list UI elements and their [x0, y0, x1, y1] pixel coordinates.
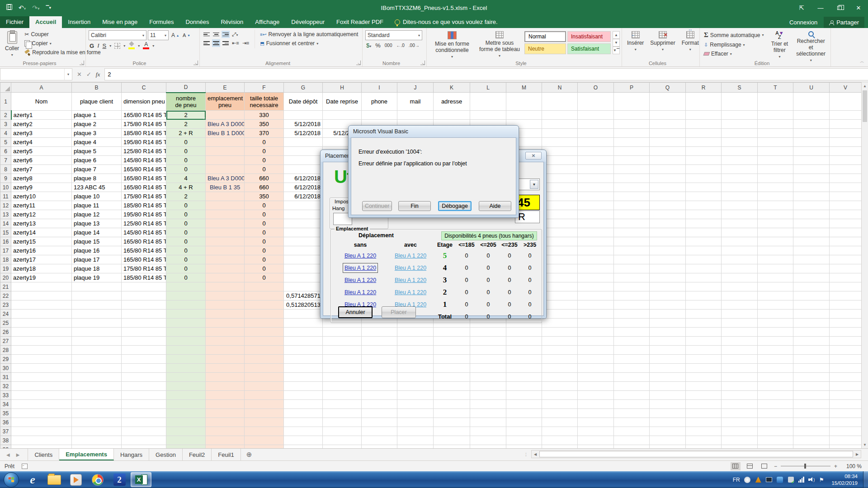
format-as-table-button[interactable]: Mettre sous forme de tableau▾	[476, 29, 524, 60]
cell-I36[interactable]	[362, 418, 397, 427]
cell-H33[interactable]	[323, 391, 362, 400]
cell-A38[interactable]	[11, 436, 72, 445]
cell-V14[interactable]	[830, 219, 862, 228]
cell-O11[interactable]	[578, 192, 614, 201]
cell-S25[interactable]	[722, 319, 758, 328]
row-header-20[interactable]: 20	[0, 273, 11, 282]
cell-V22[interactable]	[830, 291, 862, 300]
style-chip-insatisfaisant[interactable]: Insatisfaisant	[567, 31, 611, 42]
cell-D30[interactable]	[166, 364, 206, 373]
tray-app1-icon[interactable]	[744, 476, 751, 483]
cell-C17[interactable]: 165/80 R14 85 T	[122, 246, 166, 255]
cell-R19[interactable]	[686, 264, 722, 273]
cell-A7[interactable]: azerty6	[11, 156, 72, 165]
cell-O26[interactable]	[578, 328, 614, 337]
cell-E1[interactable]: emplacement pneu	[206, 93, 245, 111]
sheet-tab-feuil2[interactable]: Feuil2	[183, 449, 212, 460]
cell-D34[interactable]	[166, 400, 206, 409]
cell-I34[interactable]	[362, 400, 397, 409]
cell-E34[interactable]	[206, 400, 245, 409]
cell-S1[interactable]	[722, 93, 758, 111]
delete-cells-button[interactable]: Supprimer▾	[647, 29, 678, 53]
cell-M31[interactable]	[506, 373, 542, 382]
cell-A34[interactable]	[11, 400, 72, 409]
gallery-down-icon[interactable]: ▼	[613, 39, 620, 47]
cell-S5[interactable]	[722, 138, 758, 147]
tab-foxit-reader-pdf[interactable]: Foxit Reader PDF	[330, 16, 389, 28]
cell-C4[interactable]: 185/80 R14 85 T	[122, 129, 166, 138]
row-header-4[interactable]: 4	[0, 129, 11, 138]
cell-B21[interactable]	[72, 282, 122, 291]
connexion-button[interactable]: Connexion	[785, 17, 822, 28]
vertical-scrollbar[interactable]: ▲ ▼	[861, 82, 868, 448]
cell-E23[interactable]	[206, 300, 245, 310]
cell-J28[interactable]	[397, 346, 434, 355]
horizontal-scroll-thumb[interactable]	[539, 451, 853, 457]
cell-D39[interactable]	[166, 445, 206, 449]
cell-R39[interactable]	[686, 445, 722, 449]
cell-A37[interactable]	[11, 427, 72, 436]
name-box-dropdown-icon[interactable]: ▾	[64, 69, 72, 80]
cell-H31[interactable]	[323, 373, 362, 382]
cell-G12[interactable]	[284, 201, 323, 210]
cell-R14[interactable]	[686, 219, 722, 228]
cell-D28[interactable]	[166, 346, 206, 355]
cell-T6[interactable]	[758, 147, 793, 156]
cell-F22[interactable]	[245, 291, 284, 300]
cell-E27[interactable]	[206, 337, 245, 346]
cell-G18[interactable]	[284, 255, 323, 264]
cell-G19[interactable]	[284, 264, 323, 273]
row-header-10[interactable]: 10	[0, 183, 11, 192]
cell-G26[interactable]	[284, 328, 323, 337]
cell-V5[interactable]	[830, 138, 862, 147]
cell-P38[interactable]	[614, 436, 650, 445]
cell-D38[interactable]	[166, 436, 206, 445]
cell-E17[interactable]	[206, 246, 245, 255]
cell-V38[interactable]	[830, 436, 862, 445]
cell-V25[interactable]	[830, 319, 862, 328]
cell-E33[interactable]	[206, 391, 245, 400]
cell-Q35[interactable]	[650, 409, 686, 418]
cell-U7[interactable]	[793, 156, 830, 165]
cell-B17[interactable]: plaque 16	[72, 246, 122, 255]
cell-R9[interactable]	[686, 174, 722, 183]
cell-N19[interactable]	[542, 264, 578, 273]
row-header-39[interactable]: 39	[0, 445, 11, 449]
cell-T25[interactable]	[758, 319, 793, 328]
cell-O24[interactable]	[578, 310, 614, 319]
cell-U30[interactable]	[793, 364, 830, 373]
cell-B33[interactable]	[72, 391, 122, 400]
cell-T19[interactable]	[758, 264, 793, 273]
cell-E12[interactable]	[206, 201, 245, 210]
cell-D16[interactable]: 0	[166, 237, 206, 246]
cell-Q12[interactable]	[650, 201, 686, 210]
cell-U39[interactable]	[793, 445, 830, 449]
tray-app3-icon[interactable]	[777, 476, 783, 483]
cell-H28[interactable]	[323, 346, 362, 355]
cell-D18[interactable]: 0	[166, 255, 206, 264]
cell-G4[interactable]: 5/12/2018	[284, 129, 323, 138]
cell-V7[interactable]	[830, 156, 862, 165]
ribbon-display-options-icon[interactable]: ⇱	[792, 0, 811, 15]
cell-N11[interactable]	[542, 192, 578, 201]
sheet-nav-left-icon[interactable]: ◀	[6, 452, 10, 457]
cell-F11[interactable]: 350	[245, 192, 284, 201]
cell-T34[interactable]	[758, 400, 793, 409]
cell-B2[interactable]: plaque 1	[72, 111, 122, 120]
cell-C39[interactable]	[122, 445, 166, 449]
cell-P24[interactable]	[614, 310, 650, 319]
cell-G30[interactable]	[284, 364, 323, 373]
emp-link-avec-3[interactable]: Bleu A 1 220	[387, 274, 434, 286]
cell-T32[interactable]	[758, 382, 793, 391]
cell-B11[interactable]: plaque 10	[72, 192, 122, 201]
tab-formules[interactable]: Formules	[143, 16, 179, 28]
cell-O25[interactable]	[578, 319, 614, 328]
cell-T21[interactable]	[758, 282, 793, 291]
cell-H29[interactable]	[323, 355, 362, 364]
cell-I39[interactable]	[362, 445, 397, 449]
selected-cell-D2[interactable]: 2▼	[166, 111, 206, 120]
cell-A15[interactable]: azerty14	[11, 228, 72, 237]
column-header-P[interactable]: P	[614, 83, 650, 93]
cell-O3[interactable]	[578, 120, 614, 129]
minimize-icon[interactable]: —	[811, 0, 830, 15]
